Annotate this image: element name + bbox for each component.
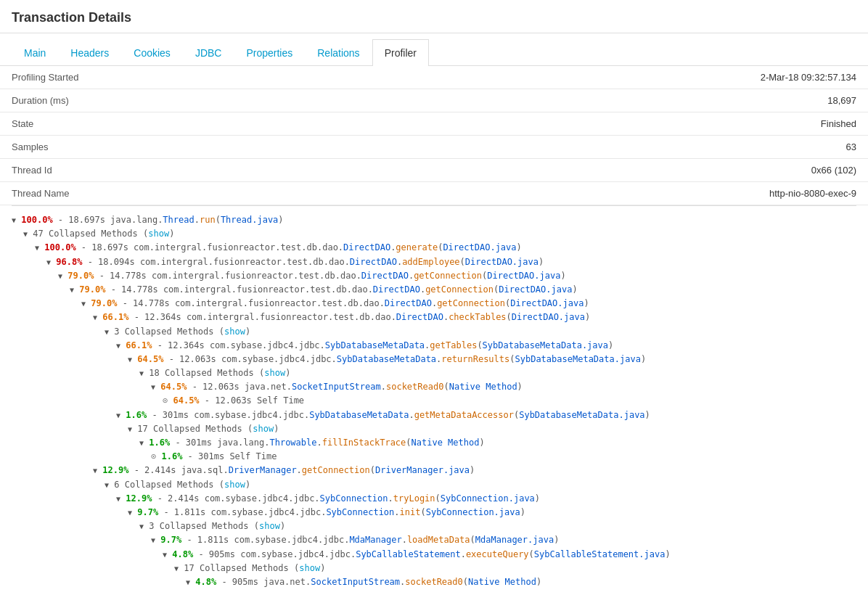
collapse-10[interactable] xyxy=(116,342,120,350)
file-19: DriverManager.java xyxy=(375,465,470,475)
collapse-25[interactable] xyxy=(163,551,167,559)
collapse-6[interactable] xyxy=(70,286,74,294)
tree-line-2: 47 Collapsed Methods (show) xyxy=(12,227,856,241)
collapse-26[interactable] xyxy=(174,564,179,572)
mth-1: run xyxy=(200,215,216,225)
collapse-27[interactable] xyxy=(186,578,190,586)
collapse-13[interactable] xyxy=(151,383,155,391)
show-26[interactable]: show xyxy=(299,563,320,573)
collapsed-2b: ) xyxy=(169,229,174,239)
file-24: MdaManager.java xyxy=(475,535,554,545)
cls-22: SybConnection xyxy=(326,507,394,517)
collapse-11[interactable] xyxy=(128,356,132,364)
tab-main[interactable]: Main xyxy=(12,39,58,66)
rparen-5: ) xyxy=(560,271,565,281)
dot-21: . xyxy=(388,493,393,504)
file-7: DirectDAO.java xyxy=(510,298,584,308)
dash-15: - 301ms xyxy=(152,410,194,420)
profiling-started-value: 2-Mar-18 09:32:57.134 xyxy=(145,66,868,89)
show-16[interactable]: show xyxy=(253,424,274,434)
dash-18: - 301ms Self Time xyxy=(188,451,277,461)
collapse-24[interactable] xyxy=(151,536,155,544)
collapse-12[interactable] xyxy=(139,369,144,377)
collapse-16[interactable] xyxy=(128,425,132,433)
tab-headers[interactable]: Headers xyxy=(58,39,121,66)
dash-7: - 14.778s xyxy=(123,298,175,308)
page-header: Transaction Details xyxy=(0,0,868,33)
mth-5: getConnection xyxy=(414,271,482,281)
dash-14: - 12.063s Self Time xyxy=(205,395,304,406)
pkg-25: com.sybase.jdbc4.jdbc. xyxy=(240,549,356,559)
cls-13: SocketInputStream xyxy=(292,382,381,392)
row-samples: Samples 63 xyxy=(0,136,868,159)
show-23[interactable]: show xyxy=(259,521,280,531)
show-9[interactable]: show xyxy=(224,327,245,337)
file-1: Thread.java xyxy=(221,215,278,225)
dot-22: . xyxy=(394,507,399,517)
pkg-7: com.intergral.fusionreactor.test.db.dao. xyxy=(175,298,385,308)
row-thread-name: Thread Name http-nio-8080-exec-9 xyxy=(0,182,868,205)
collapse-3[interactable] xyxy=(35,244,39,252)
mth-10: getTables xyxy=(430,340,477,350)
collapse-21[interactable] xyxy=(116,495,120,503)
collapse-9[interactable] xyxy=(105,328,109,336)
thread-id-value: 0x66 (102) xyxy=(145,159,868,182)
pkg-5: com.intergral.fusionreactor.test.db.dao. xyxy=(152,271,361,281)
tabs-container: Main Headers Cookies JDBC Properties Rel… xyxy=(0,39,868,66)
collapse-5[interactable] xyxy=(58,272,62,280)
collapsed-16: 17 Collapsed Methods ( xyxy=(137,424,253,434)
file-17: Native Method xyxy=(412,438,480,448)
mth-4: addEmployee xyxy=(402,257,459,267)
rparen-10: ) xyxy=(608,340,613,350)
collapse-19[interactable] xyxy=(93,467,97,475)
file-27: Native Method xyxy=(468,577,536,587)
file-6: DirectDAO.java xyxy=(499,284,572,295)
mth-21: tryLogin xyxy=(393,493,435,504)
pkg-4: com.intergral.fusionreactor.test.db.dao. xyxy=(140,257,350,267)
collapse-20[interactable] xyxy=(105,481,109,489)
pct-22: 9.7% xyxy=(137,507,158,517)
tree-line-22: 9.7% - 1.811s com.sybase.jdbc4.jdbc.SybC… xyxy=(12,506,856,520)
collapse-4[interactable] xyxy=(46,258,51,266)
collapse-8[interactable] xyxy=(93,313,97,321)
tree-line-16: 17 Collapsed Methods (show) xyxy=(12,422,856,436)
pct-15: 1.6% xyxy=(126,410,147,420)
collapse-23[interactable] xyxy=(139,522,144,530)
pkg-3: com.intergral.fusionreactor.test.db.dao. xyxy=(134,242,343,252)
tab-properties[interactable]: Properties xyxy=(234,39,305,66)
rparen-24: ) xyxy=(554,535,559,545)
file-3: DirectDAO.java xyxy=(443,242,516,252)
dash-22: - 1.811s xyxy=(163,507,210,517)
rparen-11: ) xyxy=(641,354,646,364)
pkg-13: java.net. xyxy=(245,382,292,392)
collapse-15[interactable] xyxy=(116,411,120,419)
tab-profiler[interactable]: Profiler xyxy=(372,39,429,66)
collapse-17[interactable] xyxy=(139,439,144,447)
dash-6: - 14.778s xyxy=(111,284,163,295)
collapse-2[interactable] xyxy=(23,230,28,238)
tab-jdbc[interactable]: JDBC xyxy=(183,39,234,66)
collapse-22[interactable] xyxy=(128,509,132,517)
show-12[interactable]: show xyxy=(264,368,285,378)
tree-line-8: 66.1% - 12.364s com.intergral.fusionreac… xyxy=(12,311,856,324)
row-duration: Duration (ms) 18,697 xyxy=(0,89,868,112)
self-time-icon-18: ⊙ xyxy=(151,451,161,461)
tab-cookies[interactable]: Cookies xyxy=(121,39,183,66)
cls-21: SybConnection xyxy=(320,493,388,504)
duration-label: Duration (ms) xyxy=(0,89,145,112)
show-2[interactable]: show xyxy=(148,229,169,239)
pct-5: 79.0% xyxy=(67,271,94,281)
pkg-17: java.lang. xyxy=(217,438,269,448)
tab-relations[interactable]: Relations xyxy=(305,39,372,66)
dash-11: - 12.063s xyxy=(169,354,221,364)
pkg-6: com.intergral.fusionreactor.test.db.dao. xyxy=(163,284,373,295)
tree-line-6: 79.0% - 14.778s com.intergral.fusionreac… xyxy=(12,283,856,297)
collapse-7[interactable] xyxy=(81,300,86,308)
dash-24: - 1.811s xyxy=(187,535,234,545)
show-20[interactable]: show xyxy=(224,480,245,490)
collapsed-23b: ) xyxy=(280,521,285,531)
pkg-10: com.sybase.jdbc4.jdbc. xyxy=(210,340,325,350)
collapse-1[interactable] xyxy=(12,216,16,224)
file-5: DirectDAO.java xyxy=(487,271,560,281)
dash-1: - 18.697s xyxy=(58,215,110,225)
